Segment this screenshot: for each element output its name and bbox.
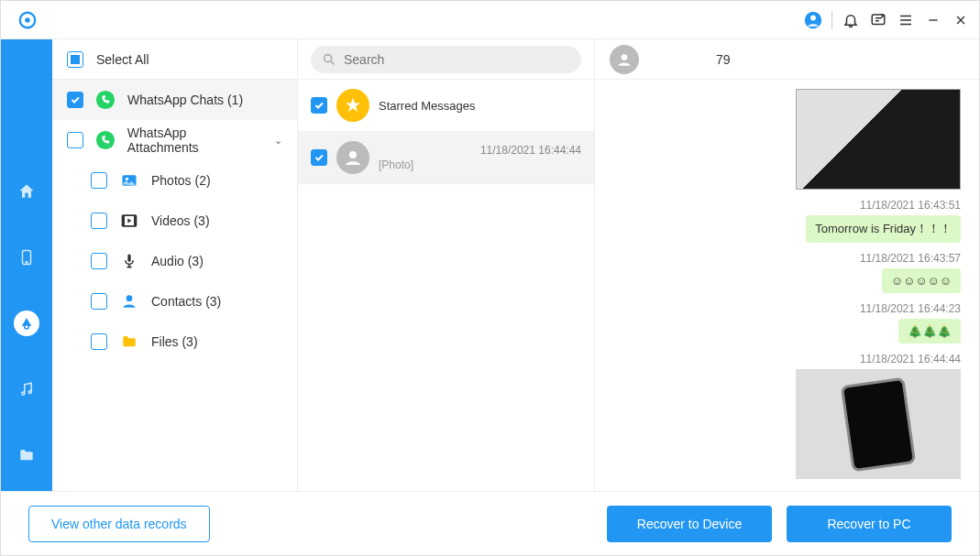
cat-files[interactable]: Files (3)	[52, 322, 297, 362]
checkbox[interactable]	[91, 333, 107, 350]
close-button[interactable]	[952, 11, 970, 29]
svg-point-3	[810, 15, 816, 20]
whatsapp-icon	[94, 89, 116, 111]
videos-icon	[118, 210, 140, 232]
recover-to-device-button[interactable]: Recover to Device	[607, 506, 772, 542]
contacts-icon	[118, 290, 140, 312]
svg-point-9	[28, 391, 31, 394]
svg-point-7	[25, 325, 29, 330]
chat-list-pane: Starred Messages 11/18/2021 16:44:44 [Ph…	[298, 39, 595, 491]
svg-point-19	[325, 54, 332, 61]
conv-header-suffix: 79	[716, 52, 731, 67]
svg-point-18	[127, 295, 133, 301]
photos-icon	[118, 169, 140, 191]
chat-item-starred[interactable]: Starred Messages	[298, 80, 594, 132]
svg-point-13	[126, 178, 128, 180]
search-box[interactable]	[311, 46, 581, 73]
menu-icon[interactable]	[897, 11, 915, 29]
audio-icon	[118, 250, 140, 272]
search-row	[298, 39, 594, 80]
message-time: 11/18/2021 16:44:44	[860, 353, 961, 365]
select-all-label: Select All	[96, 52, 149, 67]
cat-label: WhatsApp Attachments	[127, 125, 259, 155]
cat-contacts[interactable]: Contacts (3)	[52, 281, 297, 322]
conversation-header: 79	[595, 39, 979, 80]
whatsapp-icon	[94, 129, 116, 151]
message-time: 11/18/2021 16:44:23	[860, 302, 961, 315]
feedback-icon[interactable]	[869, 11, 887, 29]
separator	[831, 11, 832, 29]
message-time: 11/18/2021 16:43:51	[860, 199, 961, 212]
titlebar	[1, 1, 979, 39]
checkbox[interactable]	[67, 92, 83, 108]
recover-to-pc-button[interactable]: Recover to PC	[787, 506, 952, 542]
search-icon	[322, 52, 336, 67]
svg-point-8	[22, 392, 25, 395]
message-time: 11/18/2021 16:43:57	[860, 252, 961, 265]
chat-title: Starred Messages	[379, 99, 476, 113]
svg-point-21	[622, 54, 628, 60]
rail-phone[interactable]	[12, 243, 41, 272]
cat-label: Videos (3)	[151, 213, 210, 228]
svg-rect-17	[127, 255, 130, 262]
cat-label: Files (3)	[151, 334, 198, 349]
svg-rect-16	[134, 215, 137, 226]
profile-icon[interactable]	[804, 11, 822, 29]
checkbox[interactable]	[311, 97, 327, 114]
cat-label: Contacts (3)	[151, 294, 221, 309]
cat-videos[interactable]: Videos (3)	[52, 201, 297, 241]
message-bubble: 🎄🎄🎄	[898, 319, 961, 343]
conversation-pane: 79 11/18/2021 16:43:51 Tomorrow is Frida…	[595, 39, 979, 491]
cat-audio[interactable]: Audio (3)	[52, 241, 297, 281]
rail-cloud[interactable]	[12, 309, 41, 338]
star-icon	[336, 89, 369, 122]
select-all-checkbox[interactable]	[67, 51, 83, 68]
chevron-down-icon: ⌄	[274, 135, 282, 147]
cat-label: Audio (3)	[151, 254, 204, 268]
avatar-icon	[610, 45, 639, 74]
message-bubble: ☺☺☺☺☺	[882, 268, 961, 293]
files-icon	[118, 331, 140, 353]
rail-folder[interactable]	[12, 441, 41, 470]
category-sidebar: Select All WhatsApp Chats (1) WhatsApp A…	[52, 39, 298, 491]
svg-rect-15	[123, 215, 126, 226]
button-label: Recover to PC	[827, 517, 910, 531]
chat-item[interactable]: 11/18/2021 16:44:44 [Photo]	[298, 132, 594, 184]
button-label: Recover to Device	[637, 517, 742, 531]
search-input[interactable]	[344, 52, 570, 67]
checkbox[interactable]	[91, 213, 107, 229]
svg-point-20	[349, 151, 357, 158]
checkbox[interactable]	[311, 149, 327, 166]
checkbox[interactable]	[91, 253, 107, 269]
footer: View other data records Recover to Devic…	[1, 491, 979, 555]
nav-rail	[1, 39, 52, 491]
cat-whatsapp-chats[interactable]: WhatsApp Chats (1)	[52, 80, 297, 120]
bell-icon[interactable]	[842, 11, 860, 29]
message-photo[interactable]	[796, 369, 961, 479]
cat-photos[interactable]: Photos (2)	[52, 160, 297, 201]
chat-date: 11/18/2021 16:44:44	[480, 144, 581, 157]
svg-point-1	[25, 17, 30, 23]
checkbox[interactable]	[91, 172, 107, 189]
cat-label: WhatsApp Chats (1)	[127, 93, 243, 107]
checkbox[interactable]	[67, 132, 83, 148]
app-logo	[17, 10, 54, 30]
rail-home[interactable]	[12, 177, 41, 206]
view-other-records-button[interactable]: View other data records	[28, 506, 210, 542]
checkbox[interactable]	[91, 293, 107, 310]
chat-preview: [Photo]	[379, 158, 581, 171]
rail-music[interactable]	[12, 375, 41, 404]
conversation-body: 11/18/2021 16:43:51 Tomorrow is Friday！！…	[595, 80, 979, 491]
minimize-button[interactable]	[924, 11, 942, 29]
message-bubble: Tomorrow is Friday！！！	[806, 215, 961, 243]
avatar-icon	[336, 141, 369, 174]
svg-point-6	[26, 262, 28, 264]
button-label: View other data records	[51, 517, 187, 531]
cat-whatsapp-attachments[interactable]: WhatsApp Attachments ⌄	[52, 120, 297, 160]
cat-label: Photos (2)	[151, 173, 211, 188]
select-all-row[interactable]: Select All	[52, 39, 297, 80]
message-photo[interactable]	[796, 89, 961, 190]
